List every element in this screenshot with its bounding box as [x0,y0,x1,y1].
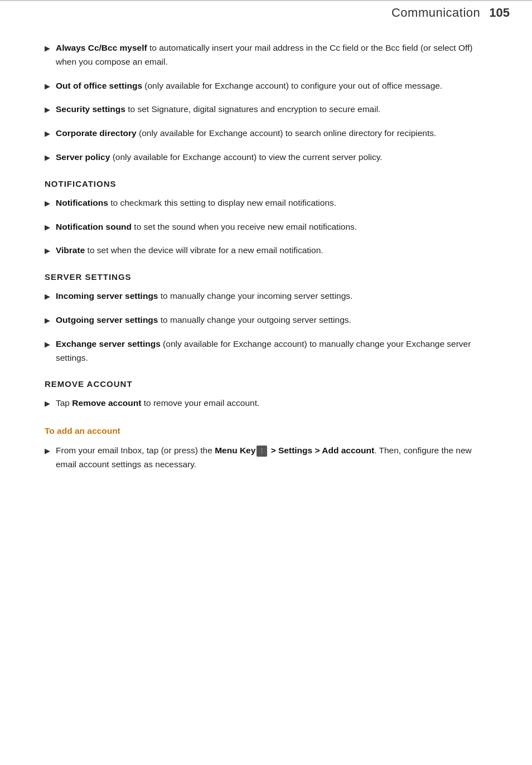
list-item: ▶Outgoing server settings to manually ch… [45,313,487,327]
server-settings-list: ▶Incoming server settings to manually ch… [45,289,487,365]
bold-term: Security settings [56,104,125,114]
list-item: ▶Server policy (only available for Excha… [45,151,487,164]
bullet-arrow-icon: ▶ [45,198,50,209]
bullet-arrow-icon: ▶ [45,152,50,163]
bold-term: Menu Key [215,446,255,455]
top-section-list: ▶Always Cc/Bcc myself to automatically i… [45,41,487,164]
bullet-text: Server policy (only available for Exchan… [56,151,383,164]
subsection-heading: To add an account [45,426,487,436]
bullet-arrow-icon: ▶ [45,104,50,115]
bullet-arrow-icon: ▶ [45,81,50,92]
content-area: ▶Always Cc/Bcc myself to automatically i… [0,36,532,505]
bullet-text: Notifications to checkmark this setting … [56,196,336,210]
bullet-arrow-icon: ▶ [45,222,50,233]
bullet-arrow-icon: ▶ [45,245,50,256]
bold-term: > Settings > [268,446,322,455]
list-item: ▶Corporate directory (only available for… [45,127,487,141]
list-item: ▶Notification sound to set the sound whe… [45,220,487,234]
bullet-arrow-icon: ▶ [45,43,50,54]
bullet-text: Exchange server settings (only available… [56,337,487,365]
bold-term: Incoming server settings [56,291,158,301]
bullet-arrow-icon: ▶ [45,398,50,409]
list-item: ▶Always Cc/Bcc myself to automatically i… [45,41,487,69]
list-item: ▶Out of office settings (only available … [45,79,487,93]
bold-term: Notifications [56,198,108,207]
bullet-text: Notification sound to set the sound when… [56,220,357,234]
chapter-title: Communication [391,6,480,20]
bullet-arrow-icon: ▶ [45,446,50,457]
bold-term: Corporate directory [56,128,137,138]
bullet-text: Vibrate to set when the device will vibr… [56,244,323,258]
server-settings-heading: SERVER SETTINGS [45,272,487,282]
menu-key-icon: ⋮ [257,446,267,457]
page-container: Communication 105 ▶Always Cc/Bcc myself … [0,0,532,765]
bold-term: Vibrate [56,245,85,255]
list-item: ▶From your email Inbox, tap (or press) t… [45,444,487,472]
bullet-text: Tap Remove account to remove your email … [56,396,259,410]
bold-term: Server policy [56,152,110,162]
bullet-arrow-icon: ▶ [45,291,50,302]
bold-term: Outgoing server settings [56,315,158,325]
notifications-list: ▶Notifications to checkmark this setting… [45,196,487,258]
remove-account-heading: REMOVE ACCOUNT [45,379,487,389]
page-number: 105 [489,6,510,20]
bold-term: Out of office settings [56,81,142,90]
header-right: Communication 105 [391,6,510,20]
bold-term: Always Cc/Bcc myself [56,43,147,52]
remove-account-list: ▶Tap Remove account to remove your email… [45,396,487,410]
bullet-text: Security settings to set Signature, digi… [56,103,380,117]
bullet-arrow-icon: ▶ [45,339,50,350]
list-item: ▶Incoming server settings to manually ch… [45,289,487,303]
top-bar: Communication 105 [0,0,532,25]
bullet-text: Out of office settings (only available f… [56,79,442,93]
bold-term: Remove account [72,398,141,408]
list-item: ▶Tap Remove account to remove your email… [45,396,487,410]
bullet-arrow-icon: ▶ [45,315,50,326]
bold-term: Add account [322,446,374,455]
bullet-text: Incoming server settings to manually cha… [56,289,352,303]
bullet-text: From your email Inbox, tap (or press) th… [56,444,487,472]
subsection-list: ▶From your email Inbox, tap (or press) t… [45,444,487,472]
bullet-arrow-icon: ▶ [45,128,50,139]
bold-term: Exchange server settings [56,339,161,348]
bold-term: Notification sound [56,222,132,231]
bullet-text: Always Cc/Bcc myself to automatically in… [56,41,487,69]
list-item: ▶Exchange server settings (only availabl… [45,337,487,365]
bullet-text: Outgoing server settings to manually cha… [56,313,351,327]
notifications-heading: NOTIFICATIONS [45,179,487,188]
list-item: ▶Security settings to set Signature, dig… [45,103,487,117]
bullet-text: Corporate directory (only available for … [56,127,436,141]
list-item: ▶Notifications to checkmark this setting… [45,196,487,210]
list-item: ▶Vibrate to set when the device will vib… [45,244,487,258]
